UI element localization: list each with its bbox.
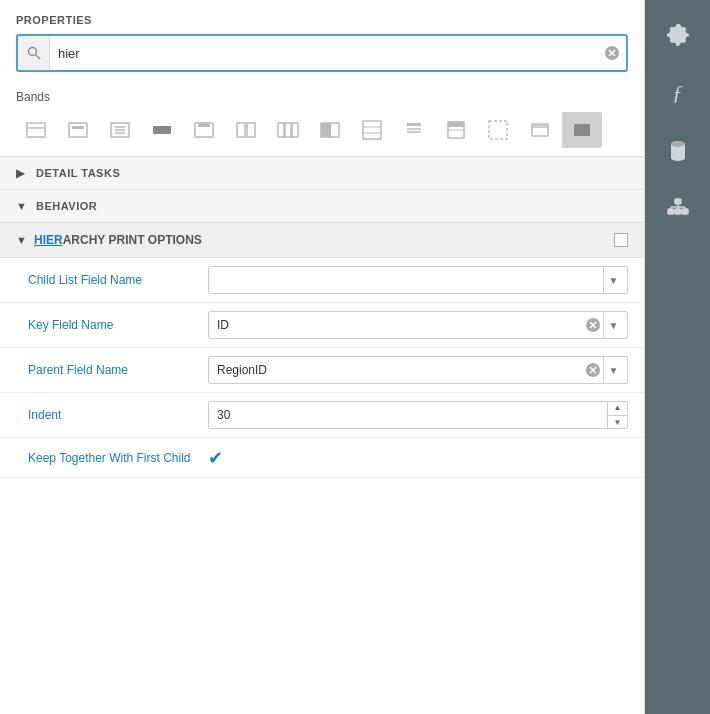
main-panel: PROPERTIES Bands: [0, 0, 645, 714]
hierarchy-suffix: ARCHY PRINT OPTIONS: [63, 233, 202, 247]
search-clear-button[interactable]: [598, 36, 626, 70]
svg-rect-16: [237, 123, 245, 137]
svg-rect-35: [574, 124, 590, 136]
band-icon-2[interactable]: [58, 112, 98, 148]
band-icon-1[interactable]: [16, 112, 56, 148]
gear-icon[interactable]: [653, 10, 703, 60]
indent-spinner-buttons: ▲ ▼: [607, 401, 627, 429]
svg-rect-7: [69, 123, 87, 137]
band-icon-4[interactable]: [142, 112, 182, 148]
band-icon-10[interactable]: [394, 112, 434, 148]
keep-together-control: ✔: [208, 447, 628, 469]
keep-together-label: Keep Together With First Child: [28, 451, 208, 465]
hierarchy-header[interactable]: ▼ HIERARCHY PRINT OPTIONS: [0, 223, 644, 258]
parent-field-dropdown[interactable]: RegionID ▼: [208, 356, 628, 384]
band-icon-3[interactable]: [100, 112, 140, 148]
search-bar: [16, 34, 628, 72]
band-icon-11[interactable]: [436, 112, 476, 148]
band-icon-14[interactable]: [562, 112, 602, 148]
parent-field-arrow[interactable]: ▼: [603, 356, 623, 384]
page-title: PROPERTIES: [16, 14, 92, 26]
key-field-clear[interactable]: [583, 315, 603, 335]
svg-rect-34: [532, 124, 548, 128]
bands-label: Bands: [0, 82, 644, 108]
key-field-value: ID: [217, 318, 583, 332]
svg-rect-5: [27, 123, 45, 137]
svg-rect-47: [668, 209, 674, 214]
svg-rect-30: [448, 122, 464, 127]
hierarchy-checkbox[interactable]: [614, 233, 628, 247]
key-field-dropdown[interactable]: ID ▼: [208, 311, 628, 339]
hierarchy-title: HIERARCHY PRINT OPTIONS: [34, 233, 614, 247]
function-icon[interactable]: ƒ: [653, 68, 703, 118]
svg-rect-19: [285, 123, 291, 137]
behavior-arrow: ▼: [16, 200, 28, 212]
search-icon: [18, 36, 50, 70]
sidebar: ƒ: [645, 0, 710, 714]
indent-row: Indent 30 ▲ ▼: [0, 393, 644, 438]
detail-tasks-label: DETAIL TASKS: [36, 167, 120, 179]
indent-label: Indent: [28, 408, 208, 422]
child-list-field-control: ▼: [208, 266, 628, 294]
behavior-label: BEHAVIOR: [36, 200, 97, 212]
svg-point-45: [671, 141, 685, 147]
child-list-field-row: Child List Field Name ▼: [0, 258, 644, 303]
svg-rect-46: [675, 199, 681, 204]
svg-point-44: [671, 155, 685, 161]
band-icon-7[interactable]: [268, 112, 308, 148]
key-field-label: Key Field Name: [28, 318, 208, 332]
band-icon-13[interactable]: [520, 112, 560, 148]
band-icon-6[interactable]: [226, 112, 266, 148]
bands-icons: [0, 108, 644, 157]
svg-rect-13: [153, 126, 171, 134]
hierarchy-section: ▼ HIERARCHY PRINT OPTIONS Child List Fie…: [0, 223, 644, 478]
svg-rect-18: [278, 123, 284, 137]
hierarchy-highlight: HIER: [34, 233, 63, 247]
band-icon-8[interactable]: [310, 112, 350, 148]
svg-rect-23: [363, 121, 381, 139]
parent-field-value: RegionID: [217, 363, 583, 377]
behavior-section[interactable]: ▼ BEHAVIOR: [0, 190, 644, 223]
keep-together-row: Keep Together With First Child ✔: [0, 438, 644, 478]
svg-rect-20: [292, 123, 298, 137]
svg-rect-15: [198, 123, 210, 127]
svg-point-0: [28, 48, 36, 56]
indent-up-button[interactable]: ▲: [608, 401, 627, 416]
search-input[interactable]: [50, 40, 598, 67]
child-list-field-dropdown[interactable]: ▼: [208, 266, 628, 294]
parent-field-label: Parent Field Name: [28, 363, 208, 377]
key-field-arrow[interactable]: ▼: [603, 311, 623, 339]
svg-rect-32: [489, 121, 507, 139]
hierarchy-sidebar-icon[interactable]: [653, 184, 703, 234]
keep-together-checkbox[interactable]: ✔: [208, 447, 223, 469]
svg-rect-26: [407, 123, 421, 126]
properties-header: PROPERTIES: [0, 0, 644, 34]
svg-rect-17: [247, 123, 255, 137]
indent-down-button[interactable]: ▼: [608, 416, 627, 430]
key-field-control: ID ▼: [208, 311, 628, 339]
band-icon-5[interactable]: [184, 112, 224, 148]
svg-line-1: [36, 55, 40, 59]
hierarchy-arrow: ▼: [16, 234, 28, 246]
svg-rect-8: [72, 126, 84, 129]
band-icon-12[interactable]: [478, 112, 518, 148]
parent-field-control: RegionID ▼: [208, 356, 628, 384]
parent-field-clear[interactable]: [583, 360, 603, 380]
band-icon-9[interactable]: [352, 112, 392, 148]
indent-value: 30: [209, 408, 607, 422]
cylinder-icon[interactable]: [653, 126, 703, 176]
indent-spinner: 30 ▲ ▼: [208, 401, 628, 429]
svg-rect-48: [675, 209, 681, 214]
detail-tasks-arrow: ▶: [16, 167, 28, 179]
indent-control: 30 ▲ ▼: [208, 401, 628, 429]
child-list-field-arrow[interactable]: ▼: [603, 266, 623, 294]
svg-rect-49: [682, 209, 688, 214]
key-field-row: Key Field Name ID ▼: [0, 303, 644, 348]
parent-field-row: Parent Field Name RegionID ▼: [0, 348, 644, 393]
svg-rect-22: [321, 123, 331, 137]
child-list-field-label: Child List Field Name: [28, 273, 208, 287]
detail-tasks-section[interactable]: ▶ DETAIL TASKS: [0, 157, 644, 190]
